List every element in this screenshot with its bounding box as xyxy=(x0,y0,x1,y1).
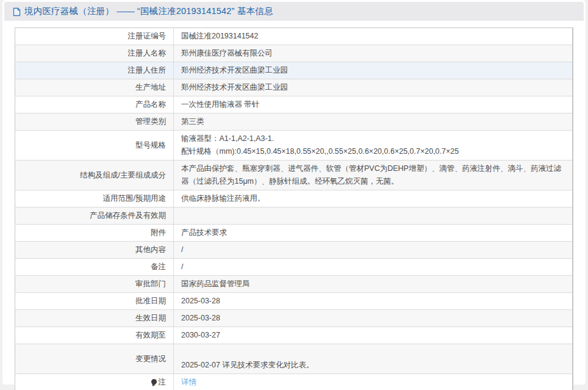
row-label: 注册人名称 xyxy=(15,45,174,62)
table-row: 备注/ xyxy=(15,259,573,276)
row-label: 结构及组成/主要组成成分 xyxy=(15,161,174,190)
row-label-text: 审批部门 xyxy=(135,280,166,288)
row-label: 有效期至 xyxy=(15,327,174,344)
table-row: 生效日期2025-03-28 xyxy=(15,310,573,327)
row-label-text: 生产地址 xyxy=(135,83,166,92)
row-label-text: 产品名称 xyxy=(135,100,166,109)
row-label-text: 其他内容 xyxy=(135,245,166,254)
row-label: 批准日期 xyxy=(15,293,174,310)
note-pin-icon xyxy=(151,379,157,385)
row-label: 适用范围/预期用途 xyxy=(15,190,174,208)
page-title: 境内医疗器械（注册） —— “国械注准20193141542” 基本信息 xyxy=(24,5,273,17)
row-value: 一次性使用输液器 带针 xyxy=(174,96,573,114)
content-card: 境内医疗器械（注册） —— “国械注准20193141542” 基本信息 注册证… xyxy=(2,0,586,385)
row-label-text: 结构及组成/主要组成成分 xyxy=(80,171,166,179)
table-row: 结构及组成/主要组成成分本产品由保护套、瓶塞穿刺器、进气器件、软管（管材PVC为… xyxy=(15,161,573,190)
table-row: 产品名称一次性使用输液器 带针 xyxy=(15,96,573,114)
row-label: 审批部门 xyxy=(15,276,174,293)
table-row: 型号规格输液器型：A1-1,A2-1,A3-1. 配针规格（mm):0.45×1… xyxy=(15,131,573,161)
row-label-text: 批准日期 xyxy=(135,297,166,305)
row-value: 供临床静脉输注药液用。 xyxy=(174,190,573,208)
row-label: 注 xyxy=(15,374,174,390)
row-value: 郑州经济技术开发区曲梁工业园 xyxy=(174,79,573,96)
table-row: 审批部门国家药品监督管理局 xyxy=(15,276,573,293)
row-label-text: 产品储存条件及有效期 xyxy=(90,211,166,220)
row-label-text: 注册人名称 xyxy=(128,49,167,57)
row-label: 型号规格 xyxy=(15,131,174,161)
row-label: 注册人住所 xyxy=(15,62,174,79)
row-value: / xyxy=(174,259,573,276)
table-row: 有效期至2030-03-27 xyxy=(15,327,573,344)
row-label: 注册证编号 xyxy=(15,28,174,45)
row-label: 附件 xyxy=(15,225,174,242)
table-row: 注册证编号国械注准20193141542 xyxy=(15,28,573,45)
row-label: 产品储存条件及有效期 xyxy=(15,208,174,225)
row-label: 产品名称 xyxy=(15,96,174,114)
details-link[interactable]: 详情 xyxy=(181,378,196,386)
row-label-text: 型号规格 xyxy=(135,141,166,150)
row-label-text: 注册证编号 xyxy=(128,32,167,40)
row-value xyxy=(174,208,573,225)
row-value: 详情 xyxy=(174,374,573,390)
table-row: 变更情况 2025-02-07 详见技术要求变化对比表。 xyxy=(15,344,573,374)
row-label-text: 注 xyxy=(159,378,167,386)
table-row: 注详情 xyxy=(15,374,573,390)
row-label: 备注 xyxy=(15,259,174,276)
row-label-text: 注册人住所 xyxy=(128,66,167,74)
table-row: 注册人名称郑州康佳医疗器械有限公司 xyxy=(15,45,573,62)
document-icon xyxy=(13,7,21,16)
row-label-text: 备注 xyxy=(151,262,166,271)
row-label-text: 适用范围/预期用途 xyxy=(103,194,166,203)
row-label: 生产地址 xyxy=(15,79,174,96)
registration-info-table: 注册证编号国械注准20193141542注册人名称郑州康佳医疗器械有限公司注册人… xyxy=(15,27,573,390)
row-label-text: 变更情况 xyxy=(135,355,166,363)
row-value: 输液器型：A1-1,A2-1,A3-1. 配针规格（mm):0.45×15,0.… xyxy=(174,131,573,161)
row-label-text: 附件 xyxy=(151,228,166,237)
row-value: 郑州康佳医疗器械有限公司 xyxy=(174,45,573,62)
row-label: 管理类别 xyxy=(15,114,174,131)
row-value: / xyxy=(174,242,573,259)
row-label-text: 生效日期 xyxy=(135,314,166,322)
table-row: 其他内容/ xyxy=(15,242,573,259)
row-label-text: 有效期至 xyxy=(135,331,166,339)
table-container: 注册证编号国械注准20193141542注册人名称郑州康佳医疗器械有限公司注册人… xyxy=(4,21,584,390)
row-label: 生效日期 xyxy=(15,310,174,327)
row-value: 2025-03-28 xyxy=(174,310,573,327)
row-value: 产品技术要求 xyxy=(174,225,573,242)
row-value: 2025-02-07 详见技术要求变化对比表。 xyxy=(174,344,573,374)
table-row: 注册人住所郑州经济技术开发区曲梁工业园 xyxy=(15,62,573,79)
page-header: 境内医疗器械（注册） —— “国械注准20193141542” 基本信息 xyxy=(4,2,584,21)
row-value: 第三类 xyxy=(174,114,573,131)
row-value: 2030-03-27 xyxy=(174,327,573,344)
row-value: 国家药品监督管理局 xyxy=(174,276,573,293)
row-value: 国械注准20193141542 xyxy=(174,28,573,45)
table-row: 适用范围/预期用途供临床静脉输注药液用。 xyxy=(15,190,573,208)
row-label-text: 管理类别 xyxy=(135,117,166,126)
table-row: 批准日期2025-03-28 xyxy=(15,293,573,310)
row-value: 2025-03-28 xyxy=(174,293,573,310)
table-row: 附件产品技术要求 xyxy=(15,225,573,242)
table-row: 管理类别第三类 xyxy=(15,114,573,131)
row-label: 其他内容 xyxy=(15,242,174,259)
table-row: 产品储存条件及有效期 xyxy=(15,208,573,225)
table-row: 生产地址郑州经济技术开发区曲梁工业园 xyxy=(15,79,573,96)
row-value: 本产品由保护套、瓶塞穿刺器、进气器件、软管（管材PVC为DEHP增塑）、滴管、药… xyxy=(174,161,573,190)
row-label: 变更情况 xyxy=(15,344,174,374)
row-value: 郑州经济技术开发区曲梁工业园 xyxy=(174,62,573,79)
